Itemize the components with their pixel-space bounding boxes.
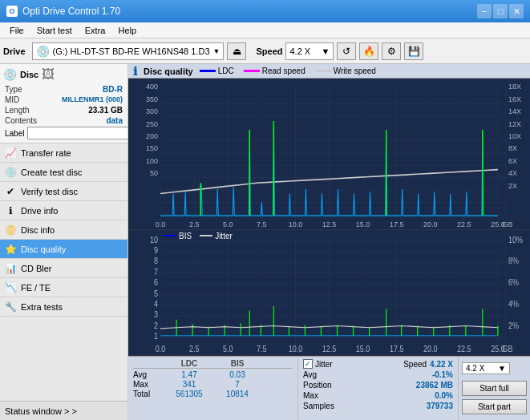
disc-label-field: Label 🔍 — [3, 127, 124, 139]
svg-text:15.0: 15.0 — [356, 220, 370, 229]
extra-tests-icon: 🔧 — [5, 301, 16, 313]
drive-value: (G:) HL-DT-ST BD-RE WH16NS48 1.D3 — [53, 46, 210, 56]
max-label: Max — [133, 380, 165, 389]
read-speed-label: Read speed — [262, 67, 305, 75]
speed-value: 4.2 X — [289, 46, 310, 56]
chart-title: Disc quality — [144, 67, 193, 76]
charts-container: 400 350 300 250 200 150 100 50 18X 16X 1… — [128, 79, 530, 356]
speed-select[interactable]: 4.2 X ▼ — [285, 42, 334, 60]
svg-text:12.5: 12.5 — [322, 344, 337, 353]
start-part-button[interactable]: Start part — [462, 399, 527, 414]
disc-image-icon: 🖼 — [42, 67, 55, 82]
top-chart-svg: 400 350 300 250 200 150 100 50 18X 16X 1… — [128, 79, 530, 229]
speed-label: Speed — [256, 46, 282, 56]
svg-text:16X: 16X — [508, 94, 522, 103]
sidebar-nav: 📈 Transfer rate 💿 Create test disc ✔ Ver… — [0, 143, 127, 401]
titlebar-left: O Opti Drive Control 1.70 — [6, 6, 120, 17]
nav-cd-bler-label: CD Bler — [21, 264, 52, 273]
close-button[interactable]: ✕ — [509, 4, 524, 18]
jitter-checkbox-box[interactable]: ✓ — [303, 359, 313, 369]
svg-text:12X: 12X — [508, 119, 522, 128]
svg-text:22.5: 22.5 — [457, 220, 471, 229]
legend-write-speed: Write speed — [315, 67, 376, 75]
nav-extra-tests[interactable]: 🔧 Extra tests — [0, 297, 127, 317]
speed-select-value: 4.2 X — [466, 364, 484, 373]
app-title: Opti Drive Control 1.70 — [22, 6, 120, 17]
speed-right-value: 4.22 X — [430, 360, 453, 369]
disc-title: Disc — [20, 70, 38, 79]
svg-text:12.5: 12.5 — [322, 220, 337, 229]
max-jitter-row-label: Max — [303, 391, 318, 400]
chart-header-icon: ℹ — [133, 65, 137, 78]
svg-text:7: 7 — [154, 267, 158, 277]
svg-text:2.5: 2.5 — [189, 344, 200, 353]
nav-cd-bler[interactable]: 📊 CD Bler — [0, 259, 127, 278]
legend-ldc: LDC — [200, 67, 234, 75]
disc-label-input[interactable] — [27, 127, 128, 139]
eject-button[interactable]: ⏏ — [227, 42, 246, 60]
svg-text:7.5: 7.5 — [257, 220, 267, 229]
stats-right: ✓ Jitter Speed 4.22 X Avg -0.1% Position… — [297, 357, 458, 420]
jitter-checkbox[interactable]: ✓ Jitter — [303, 359, 333, 369]
svg-text:6%: 6% — [508, 277, 520, 287]
svg-text:10.0: 10.0 — [289, 344, 303, 353]
drive-select[interactable]: 💿 (G:) HL-DT-ST BD-RE WH16NS48 1.D3 ▼ — [32, 42, 225, 60]
nav-disc-quality[interactable]: ⭐ Disc quality — [0, 240, 127, 259]
svg-text:5: 5 — [154, 289, 158, 298]
menu-file[interactable]: File — [3, 22, 30, 38]
svg-text:10X: 10X — [508, 131, 522, 141]
menu-start-test[interactable]: Start test — [30, 22, 79, 38]
burn-button[interactable]: 🔥 — [359, 42, 378, 60]
minimize-button[interactable]: − — [477, 4, 492, 18]
disc-mid-label: MID — [5, 95, 19, 104]
chart-header: ℹ Disc quality LDC Read speed Write spee… — [128, 64, 530, 79]
menubar: File Start test Extra Help — [0, 22, 530, 38]
nav-create-test-disc[interactable]: 💿 Create test disc — [0, 163, 127, 182]
disc-info-icon: 📀 — [5, 224, 16, 236]
drive-info-icon: ℹ — [5, 205, 16, 216]
stats-empty-header — [133, 359, 165, 368]
avg-label: Avg — [133, 370, 165, 379]
verify-test-disc-icon: ✔ — [5, 186, 16, 197]
disc-type-label: Type — [5, 85, 22, 94]
status-window[interactable]: Status window > > — [0, 401, 127, 420]
settings-button[interactable]: ⚙ — [382, 42, 401, 60]
disc-length-label: Length — [5, 106, 30, 115]
svg-text:GB: GB — [502, 344, 512, 353]
chart-area: ℹ Disc quality LDC Read speed Write spee… — [128, 64, 530, 420]
nav-fe-te[interactable]: 📉 FE / TE — [0, 278, 127, 297]
svg-text:4X: 4X — [508, 168, 518, 178]
start-full-button[interactable]: Start full — [462, 381, 527, 396]
nav-transfer-rate[interactable]: 📈 Transfer rate — [0, 143, 127, 163]
disc-label-label: Label — [5, 129, 24, 138]
samples-row: Samples 379733 — [303, 402, 453, 410]
position-value: 23862 MB — [416, 381, 453, 390]
maximize-button[interactable]: □ — [493, 4, 508, 18]
save-button[interactable]: 💾 — [404, 42, 423, 60]
menu-extra[interactable]: Extra — [79, 22, 112, 38]
refresh-button[interactable]: ↺ — [337, 42, 356, 60]
speed-dropdown[interactable]: 4.2 X ▼ — [462, 362, 510, 374]
nav-disc-info[interactable]: 📀 Disc info — [0, 220, 127, 240]
avg-ldc: 1.47 — [165, 370, 213, 379]
write-speed-label: Write speed — [334, 67, 376, 75]
svg-text:250: 250 — [146, 119, 158, 128]
ldc-col-header: LDC — [165, 359, 213, 368]
disc-length-row: Length 23.31 GB — [3, 106, 124, 115]
bottom-chart-svg: 10 9 8 7 6 5 4 3 2 1 10% 8% — [128, 230, 530, 355]
stats-table: LDC BIS Avg 1.47 0.03 Max 341 7 Total 56… — [128, 357, 297, 420]
drive-icon: 💿 — [36, 45, 50, 58]
titlebar-controls: − □ ✕ — [477, 4, 524, 18]
bis-col-header: BIS — [213, 359, 261, 368]
read-speed-color-swatch — [244, 70, 260, 72]
disc-mid-row: MID MILLENMR1 (000) — [3, 95, 124, 104]
nav-verify-test-disc[interactable]: ✔ Verify test disc — [0, 182, 127, 201]
svg-text:6X: 6X — [508, 156, 518, 166]
svg-text:4%: 4% — [508, 299, 520, 309]
total-ldc: 561305 — [165, 390, 213, 398]
menu-help[interactable]: Help — [111, 22, 143, 38]
svg-text:0.0: 0.0 — [156, 344, 166, 353]
max-jitter-row: Max 0.0% — [303, 391, 453, 400]
nav-drive-info[interactable]: ℹ Drive info — [0, 201, 127, 220]
disc-contents-label: Contents — [5, 116, 37, 125]
